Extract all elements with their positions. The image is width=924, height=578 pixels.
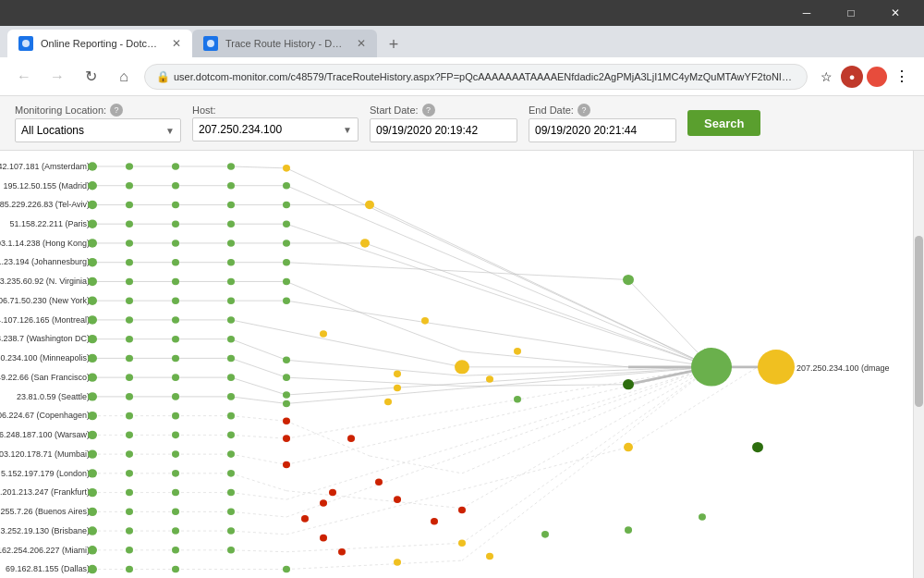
svg-text:69.162.81.155 (Dallas): 69.162.81.155 (Dallas) [6,565,90,574]
svg-point-250 [88,488,97,497]
svg-line-61 [286,281,370,316]
svg-line-113 [231,454,286,464]
svg-text:103.120.178.71 (Mumbai): 103.120.178.71 (Mumbai) [0,449,90,459]
new-tab-button[interactable]: + [381,31,407,57]
scroll-thumb[interactable] [915,236,923,407]
svg-point-204 [283,357,290,364]
svg-point-190 [126,297,133,304]
close-button[interactable]: ✕ [874,0,917,26]
tab-inactive[interactable]: Trace Route History - Dotcom-M... ✕ [192,30,377,57]
maximize-button[interactable]: □ [830,0,872,26]
profile-icon[interactable]: ● [841,66,863,88]
svg-point-226 [88,412,97,420]
svg-point-195 [126,316,133,324]
svg-line-118 [231,473,286,491]
host-select[interactable]: 207.250.234.100 ▼ [192,117,359,141]
svg-point-169 [283,220,290,228]
svg-point-275 [458,540,466,547]
bookmark-icon[interactable]: ☆ [815,66,837,88]
svg-line-44 [286,224,711,367]
svg-point-254 [320,499,327,507]
svg-point-214 [88,373,97,381]
svg-point-262 [227,509,235,516]
svg-point-213 [623,379,634,389]
start-date-input[interactable]: 09/19/2020 20:19:42 [370,118,517,142]
svg-point-173 [227,240,235,247]
svg-text:162.254.206.227 (Miami): 162.254.206.227 (Miami) [0,546,90,555]
svg-text:23.235.60.92 (N. Virginia): 23.235.60.92 (N. Virginia) [0,277,90,286]
tab-active[interactable]: Online Reporting - Dotcom-Mo... ✕ [7,30,192,57]
svg-text:5.49.22.66 (San Francisco): 5.49.22.66 (San Francisco) [0,373,90,382]
svg-point-225 [283,400,290,408]
svg-point-178 [172,259,179,266]
svg-point-223 [172,393,179,400]
svg-point-157 [227,182,235,190]
svg-point-272 [172,547,179,554]
svg-point-153 [283,165,290,172]
start-date-info[interactable]: ? [422,104,435,117]
svg-point-155 [126,182,133,190]
svg-point-163 [283,202,290,209]
address-bar[interactable]: 🔒 user.dotcom-monitor.com/c48579/TraceRo… [144,64,808,90]
svg-point-177 [126,259,133,266]
monitoring-location-label: Monitoring Location: ? [15,104,181,117]
svg-line-146 [286,560,462,569]
svg-point-200 [88,335,97,343]
back-button[interactable]: ← [11,64,37,90]
filter-bar: Monitoring Location: ? All Locations ▼ H… [0,96,924,151]
extension-icon-1[interactable] [867,67,887,87]
svg-line-62 [370,316,462,351]
svg-point-229 [227,412,235,420]
svg-point-156 [172,182,179,190]
svg-line-142 [462,367,711,543]
svg-line-84 [231,358,286,377]
svg-line-119 [286,491,462,509]
svg-line-39 [370,204,711,366]
svg-line-69 [286,301,711,367]
svg-point-219 [384,399,392,406]
monitoring-location-select[interactable]: All Locations ▼ [15,118,181,142]
svg-line-135 [286,448,628,535]
scroll-bar[interactable] [913,151,924,578]
svg-point-215 [126,374,133,381]
dropdown-arrow: ▼ [165,126,175,136]
forward-button[interactable]: → [44,64,70,90]
tab-close-2[interactable]: ✕ [357,37,366,50]
svg-point-217 [227,374,235,381]
svg-point-281 [486,553,493,560]
svg-point-266 [172,527,179,535]
svg-point-199 [455,360,469,374]
end-date-info[interactable]: ? [578,104,590,117]
svg-point-180 [283,259,290,266]
svg-text:50.234.100 (Minneapolis): 50.234.100 (Minneapolis) [0,353,90,363]
svg-point-220 [514,396,521,403]
svg-point-279 [283,566,290,573]
svg-point-285 [752,442,763,452]
svg-text:195.12.50.155 (Madrid): 195.12.50.155 (Madrid) [4,181,91,191]
svg-point-265 [126,527,133,535]
svg-point-277 [126,566,133,573]
monitoring-location-group: Monitoring Location: ? All Locations ▼ [15,104,181,142]
svg-point-231 [347,435,355,442]
home-button[interactable]: ⌂ [111,64,137,90]
extension-icon-2[interactable]: ⋮ [891,66,913,88]
svg-point-237 [88,449,97,458]
minimize-button[interactable]: ─ [785,0,828,26]
svg-line-91 [231,377,286,395]
search-button[interactable]: Search [687,110,760,136]
svg-point-202 [172,336,179,343]
refresh-button[interactable]: ↻ [78,64,103,90]
svg-point-158 [283,182,290,190]
tab-close-1[interactable]: ✕ [172,37,181,50]
start-date-group: Start Date: ? 09/19/2020 20:19:42 [370,104,517,142]
svg-point-152 [227,163,235,170]
end-date-input[interactable]: 09/19/2020 20:21:44 [529,118,676,142]
monitoring-location-info[interactable]: ? [110,104,123,117]
svg-point-170 [88,239,97,247]
svg-line-50 [365,243,711,367]
svg-point-212 [394,385,401,392]
svg-point-236 [283,435,290,442]
svg-point-242 [375,479,383,486]
svg-point-189 [88,296,97,304]
svg-point-191 [172,297,179,304]
